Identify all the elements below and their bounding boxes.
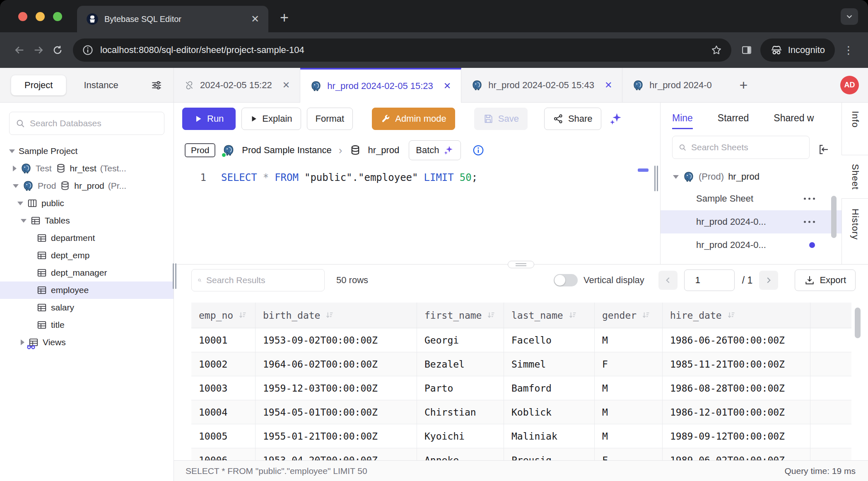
cell[interactable]: Simmel — [504, 352, 595, 376]
tab-shared-with-me[interactable]: Shared w — [774, 113, 814, 129]
admin-mode-button[interactable]: Admin mode — [372, 108, 455, 130]
add-sheet-button[interactable]: + — [731, 68, 756, 102]
cell[interactable]: 1953-04-20T00:00:00Z — [256, 448, 417, 460]
sort-icon[interactable] — [568, 311, 577, 320]
zoom-window-button[interactable] — [53, 12, 62, 21]
cell[interactable]: 10002 — [191, 352, 256, 376]
sheet-item-selected[interactable]: hr_prod 2024-0... — [661, 210, 841, 233]
sort-icon[interactable] — [727, 311, 736, 320]
caret-down-icon[interactable] — [13, 184, 19, 188]
tab-mine[interactable]: Mine — [672, 113, 693, 129]
cell[interactable]: M — [595, 328, 663, 352]
environment-chip[interactable]: Prod — [185, 143, 215, 157]
cell[interactable]: 1986-08-28T00:00:00Z — [663, 376, 810, 400]
close-icon[interactable]: ✕ — [605, 80, 612, 91]
more-icon[interactable] — [804, 221, 815, 223]
vertical-display-toggle[interactable] — [554, 274, 578, 286]
tree-item-dept-manager[interactable]: dept_manager — [0, 264, 174, 281]
cell[interactable]: 1955-01-21T00:00:00Z — [256, 424, 417, 448]
column-header[interactable]: hire_date — [663, 303, 810, 328]
cell[interactable]: Bamford — [504, 376, 595, 400]
sheet-group-hr-prod[interactable]: (Prod) hr_prod — [661, 166, 841, 187]
close-window-button[interactable] — [18, 12, 27, 21]
cell[interactable]: 1986-12-01T00:00:00Z — [663, 400, 810, 424]
sort-icon[interactable] — [325, 311, 334, 320]
save-button[interactable]: Save — [474, 108, 528, 130]
cell[interactable]: Anneke — [417, 448, 504, 460]
cell[interactable]: 10006 — [191, 448, 256, 460]
column-header[interactable]: gender — [595, 303, 663, 328]
tree-item-hr-prod[interactable]: Prod hr_prod (Pr... — [0, 177, 174, 195]
results-search[interactable] — [191, 269, 325, 291]
table-row[interactable]: 100061953-04-20T00:00:00ZAnnekePreusigF1… — [191, 448, 851, 460]
sheet-search[interactable] — [672, 136, 810, 159]
close-icon[interactable]: ✕ — [282, 80, 290, 91]
sheet-tab-1543[interactable]: hr_prod 2024-02-05 15:43 ✕ — [461, 68, 622, 102]
cell[interactable]: 10003 — [191, 376, 256, 400]
caret-right-icon[interactable] — [13, 166, 17, 171]
database-name[interactable]: hr_prod — [368, 145, 400, 156]
back-icon[interactable] — [10, 41, 29, 60]
cell[interactable]: 1989-09-12T00:00:00Z — [663, 424, 810, 448]
search-databases-input[interactable] — [30, 118, 158, 128]
cell[interactable]: M — [595, 376, 663, 400]
cell[interactable]: Chirstian — [417, 400, 504, 424]
cell[interactable]: 10005 — [191, 424, 256, 448]
tree-item-department[interactable]: department — [0, 229, 174, 247]
tree-item-dept-emp[interactable]: dept_emp — [0, 247, 174, 264]
ai-assistant-button[interactable] — [609, 112, 623, 126]
cell[interactable]: 1954-05-01T00:00:00Z — [256, 400, 417, 424]
cell[interactable]: Parto — [417, 376, 504, 400]
sheet-tab-active[interactable]: hr_prod 2024-02-05 15:23 ✕ — [300, 68, 461, 103]
cell[interactable]: Georgi — [417, 328, 504, 352]
caret-down-icon[interactable] — [17, 202, 23, 205]
cell[interactable]: Kyoichi — [417, 424, 504, 448]
sql-editor[interactable]: 1 SELECT*FROM"public"."employee"LIMIT50; — [174, 166, 653, 264]
tab-instance[interactable]: Instance — [84, 80, 118, 91]
tab-starred[interactable]: Starred — [718, 113, 749, 129]
cell[interactable]: F — [595, 448, 663, 460]
cell[interactable]: 1953-09-02T00:00:00Z — [256, 328, 417, 352]
cell[interactable]: 1985-11-21T00:00:00Z — [663, 352, 810, 376]
table-row[interactable]: 100031959-12-03T00:00:00ZPartoBamfordM19… — [191, 376, 851, 400]
caret-right-icon[interactable] — [21, 339, 24, 345]
column-header[interactable]: first_name — [417, 303, 504, 328]
tree-item-title[interactable]: title — [0, 316, 174, 334]
tree-item-tables-group[interactable]: Tables — [0, 212, 174, 229]
tab-close-icon[interactable]: ✕ — [251, 14, 259, 24]
table-row[interactable]: 100011953-09-02T00:00:00ZGeorgiFacelloM1… — [191, 328, 851, 352]
prev-page-button[interactable] — [658, 271, 678, 290]
cell[interactable]: 10001 — [191, 328, 256, 352]
sheet-list-scrollbar[interactable] — [831, 196, 837, 238]
rail-tab-sheet[interactable]: Sheet — [841, 155, 868, 199]
search-results-input[interactable] — [206, 275, 318, 285]
table-row[interactable]: 100051955-01-21T00:00:00ZKyoichiMaliniak… — [191, 424, 851, 448]
reload-icon[interactable] — [48, 41, 67, 60]
caret-down-icon[interactable] — [673, 175, 679, 179]
batch-button[interactable]: Batch — [409, 140, 461, 160]
forward-icon[interactable] — [29, 41, 48, 60]
bookmark-star-icon[interactable] — [711, 44, 722, 56]
sheet-item-sample[interactable]: Sample Sheet — [661, 187, 841, 210]
cell[interactable]: Bezalel — [417, 352, 504, 376]
more-icon[interactable] — [804, 198, 815, 200]
new-tab-button[interactable]: + — [280, 9, 289, 26]
filter-icon[interactable] — [150, 79, 163, 91]
instance-name[interactable]: Prod Sample Instance — [242, 145, 331, 156]
side-panel-icon[interactable] — [737, 41, 756, 60]
tree-item-views-group[interactable]: Views — [0, 334, 174, 351]
close-icon[interactable]: ✕ — [444, 81, 451, 91]
caret-down-icon[interactable] — [21, 219, 27, 223]
cell[interactable]: 1989-06-02T00:00:00Z — [663, 448, 810, 460]
explain-button[interactable]: Explain — [241, 108, 301, 130]
cell[interactable]: M — [595, 424, 663, 448]
database-search[interactable] — [9, 112, 164, 135]
tab-search-chevron-icon[interactable] — [841, 8, 858, 25]
sidebar-resize-handle[interactable] — [172, 263, 178, 289]
sort-icon[interactable] — [487, 311, 496, 320]
sheet-item-unsaved[interactable]: hr_prod 2024-0... — [661, 233, 841, 257]
cell[interactable]: 1959-12-03T00:00:00Z — [256, 376, 417, 400]
column-header[interactable]: emp_no — [191, 303, 256, 328]
cell[interactable]: Koblick — [504, 400, 595, 424]
cell[interactable]: M — [595, 400, 663, 424]
